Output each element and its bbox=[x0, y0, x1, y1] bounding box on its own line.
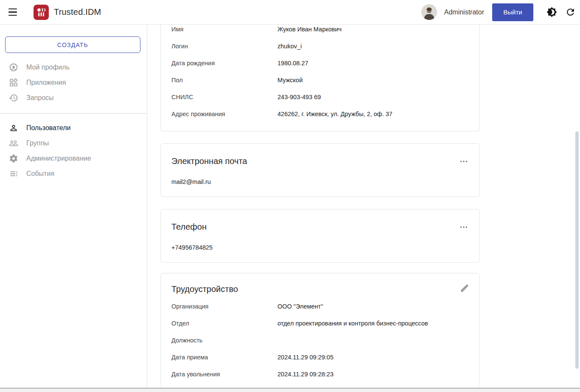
field-value: zhukov_i bbox=[277, 43, 302, 50]
phone-value: +74956784825 bbox=[171, 244, 469, 251]
field-value: ООО "Элемент" bbox=[277, 303, 323, 310]
sidebar-item-label: Администрирование bbox=[26, 155, 91, 162]
vertical-scrollbar-thumb[interactable] bbox=[575, 131, 579, 369]
sidebar-nav-top: Мой профиль Приложения Запросы bbox=[0, 60, 147, 106]
field-row: Отдел отдел проектирования и контроля би… bbox=[171, 315, 469, 332]
field-row: Дата приема 2024.11.29 09:29:05 bbox=[171, 349, 469, 366]
sidebar-nav-bottom: Пользователи Группы Администрирование Со… bbox=[0, 120, 147, 181]
field-value: 2024.11.29 09:29:05 bbox=[277, 354, 333, 361]
field-row: Пол Мужской bbox=[171, 72, 469, 89]
field-label: Логин bbox=[171, 43, 277, 50]
sidebar-item-label: Группы bbox=[26, 139, 49, 147]
more-horiz-icon bbox=[459, 222, 468, 232]
field-row: Имя Жуков Иван Маркович bbox=[171, 25, 469, 38]
employment-card-title: Трудоустройство bbox=[171, 284, 469, 294]
page-title: Trusted.IDM bbox=[54, 7, 101, 17]
field-row: Адрес проживания 426262, г. Ижевск, ул. … bbox=[171, 106, 469, 122]
main-content: Имя Жуков Иван Маркович Логин zhukov_i Д… bbox=[147, 25, 580, 388]
edit-pencil-icon bbox=[460, 284, 469, 293]
refresh-icon bbox=[565, 7, 576, 17]
field-label: Дата приема bbox=[171, 354, 277, 361]
profile-details-card: Имя Жуков Иван Маркович Логин zhukov_i Д… bbox=[160, 25, 480, 131]
sidebar-divider bbox=[0, 113, 147, 114]
sidebar-item-label: Мой профиль bbox=[26, 64, 70, 71]
field-label: Адрес проживания bbox=[171, 111, 277, 117]
employment-fields: Организация ООО "Элемент" Отдел отдел пр… bbox=[171, 298, 469, 383]
phone-card: Телефон +74956784825 bbox=[160, 209, 480, 263]
refresh-button[interactable] bbox=[565, 7, 576, 17]
sidebar-item-label: События bbox=[26, 170, 54, 178]
logo-icon bbox=[34, 5, 49, 20]
field-value: Мужской bbox=[277, 77, 303, 83]
employment-edit-button[interactable] bbox=[459, 283, 470, 294]
field-label: СНИЛС bbox=[171, 94, 277, 100]
avatar[interactable] bbox=[421, 4, 437, 20]
create-button[interactable]: СОЗДАТЬ bbox=[5, 36, 140, 53]
field-value: 2024.11.29 09:28:23 bbox=[277, 371, 333, 378]
field-row: Организация ООО "Элемент" bbox=[171, 298, 469, 315]
field-label: Дата увольнения bbox=[171, 371, 277, 378]
field-row: Должность bbox=[171, 332, 469, 349]
employment-card: Трудоустройство Организация ООО "Элемент… bbox=[160, 273, 480, 388]
sidebar-item-label: Пользователи bbox=[26, 124, 70, 132]
field-value: 243-903-493 69 bbox=[277, 94, 321, 100]
user-name: Administrator bbox=[444, 8, 484, 16]
field-row: Дата увольнения 2024.11.29 09:28:23 bbox=[171, 366, 469, 383]
avatar-photo bbox=[421, 4, 437, 20]
sidebar-item-groups[interactable]: Группы bbox=[0, 136, 147, 151]
phone-card-title: Телефон bbox=[171, 222, 469, 232]
sidebar-item-my-profile[interactable]: Мой профиль bbox=[0, 60, 147, 75]
sidebar-item-applications[interactable]: Приложения bbox=[0, 75, 147, 90]
sidebar-item-requests[interactable]: Запросы bbox=[0, 90, 147, 106]
sidebar-item-events[interactable]: События bbox=[0, 166, 147, 181]
app-header: Trusted.IDM Administrator Выйти bbox=[0, 0, 580, 25]
person-icon bbox=[9, 123, 18, 133]
field-label: Дата рождения bbox=[171, 60, 277, 67]
history-icon bbox=[9, 93, 18, 103]
account-circle-icon bbox=[9, 63, 18, 72]
events-icon bbox=[9, 169, 18, 178]
sidebar-item-users[interactable]: Пользователи bbox=[0, 120, 147, 136]
horizontal-scrollbar-track[interactable] bbox=[0, 388, 580, 392]
field-row: СНИЛС 243-903-493 69 bbox=[171, 89, 469, 106]
sidebar-item-administration[interactable]: Администрирование bbox=[0, 151, 147, 166]
theme-toggle-button[interactable] bbox=[546, 7, 557, 17]
sidebar: СОЗДАТЬ Мой профиль Приложения Запросы bbox=[0, 25, 147, 388]
app-logo bbox=[34, 5, 49, 20]
apps-icon bbox=[9, 78, 18, 87]
logout-button[interactable]: Выйти bbox=[492, 3, 533, 21]
field-label: Отдел bbox=[171, 320, 277, 327]
email-card-menu-button[interactable] bbox=[457, 155, 470, 168]
email-value: mail2@mail.ru bbox=[171, 178, 469, 185]
brightness-icon bbox=[546, 7, 557, 17]
field-label: Имя bbox=[171, 26, 277, 33]
hamburger-menu-icon[interactable] bbox=[7, 8, 19, 17]
field-row: Логин zhukov_i bbox=[171, 38, 469, 55]
field-value: 1980.08.27 bbox=[277, 60, 308, 67]
field-label: Пол bbox=[171, 77, 277, 83]
field-label: Организация bbox=[171, 303, 277, 310]
field-value: Жуков Иван Маркович bbox=[277, 26, 342, 33]
email-card-title: Электронная почта bbox=[171, 156, 469, 166]
field-value: отдел проектирования и контроля бизнес-п… bbox=[277, 320, 428, 327]
field-label: Должность bbox=[171, 337, 277, 344]
settings-icon bbox=[9, 154, 18, 163]
email-card: Электронная почта mail2@mail.ru bbox=[160, 143, 480, 197]
sidebar-item-label: Приложения bbox=[26, 79, 66, 86]
field-row: Дата рождения 1980.08.27 bbox=[171, 55, 469, 72]
more-horiz-icon bbox=[459, 157, 468, 166]
phone-card-menu-button[interactable] bbox=[457, 221, 470, 234]
sidebar-item-label: Запросы bbox=[26, 94, 54, 102]
group-icon bbox=[9, 139, 18, 148]
field-value: 426262, г. Ижевск, ул. Дружбы, 2, оф. 37 bbox=[277, 111, 392, 117]
